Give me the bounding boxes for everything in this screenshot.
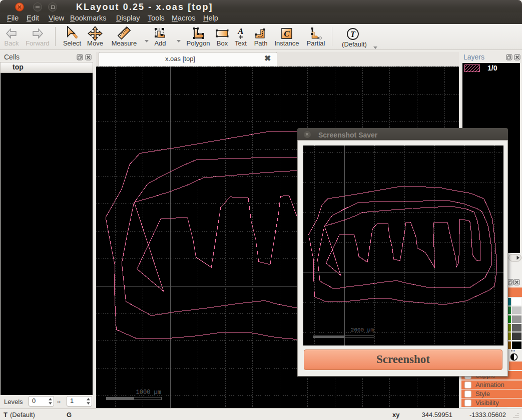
svg-text:1000 µm: 1000 µm	[136, 389, 161, 396]
svg-text:C: C	[284, 29, 290, 38]
svg-text:2000 µm: 2000 µm	[351, 327, 374, 333]
svg-text:A: A	[237, 27, 243, 36]
svg-text:T: T	[350, 30, 356, 38]
